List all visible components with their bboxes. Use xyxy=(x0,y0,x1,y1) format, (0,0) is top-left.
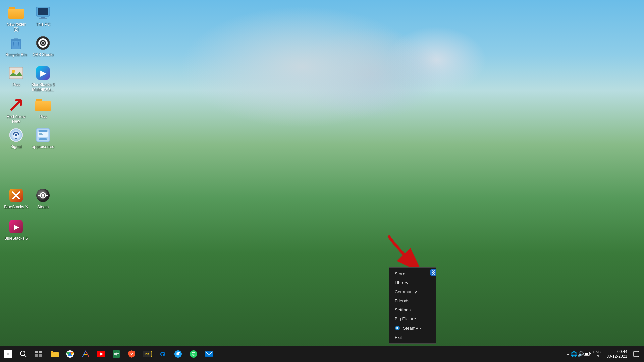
svg-rect-38 xyxy=(39,351,42,353)
language-indicator[interactable]: ENG IN xyxy=(593,350,601,358)
svg-rect-43 xyxy=(51,351,53,352)
svg-point-13 xyxy=(12,70,15,73)
taskbar-bittorrent[interactable]: bit xyxy=(140,347,155,361)
steamvr-icon xyxy=(395,325,400,331)
folder-icon xyxy=(8,5,24,21)
tray-battery-icon[interactable] xyxy=(584,351,591,357)
notification-center-button[interactable] xyxy=(631,349,641,359)
recyclebin-icon xyxy=(8,35,24,51)
search-button[interactable] xyxy=(16,346,31,362)
icon-label-appraiserres: appraiserres xyxy=(32,144,54,149)
icon-label-signal: Signal xyxy=(10,144,21,149)
context-menu-community[interactable]: Community xyxy=(389,287,436,296)
svg-rect-60 xyxy=(205,351,213,357)
svg-rect-21 xyxy=(38,130,48,132)
tray-volume-icon[interactable]: 🔊 xyxy=(577,351,584,357)
desktop-icon-new-folder[interactable]: New folder (2) xyxy=(3,3,30,33)
icon-label-red-arrow-new: Red Arrow New xyxy=(4,114,28,124)
svg-point-11 xyxy=(42,42,44,44)
svg-rect-39 xyxy=(35,354,38,357)
context-menu-big-picture[interactable]: Big Picture xyxy=(389,314,436,323)
desktop-icon-signal[interactable]: Signal xyxy=(3,126,30,150)
locale-text: IN xyxy=(595,354,599,358)
desktop-icon-pics-1[interactable]: Pics xyxy=(3,64,30,88)
taskbar-mail[interactable] xyxy=(202,347,216,361)
folder-icon-2 xyxy=(35,97,51,113)
bluestacksx-icon xyxy=(8,187,24,203)
svg-rect-6 xyxy=(14,38,18,39)
desktop-icon-bluestacks5-multi[interactable]: ▶ BlueStacks 5 Multi-Insta... xyxy=(30,64,56,94)
taskbar-sheets[interactable] xyxy=(109,347,124,361)
steam-context-menu: Store Library Community Friends Settings… xyxy=(389,267,436,344)
taskbar-twitter[interactable] xyxy=(171,347,185,361)
icon-label-bluestacks5-multi: BlueStacks 5 Multi-Insta... xyxy=(31,82,55,92)
svg-point-59 xyxy=(190,350,197,358)
date-display: 30-12-2021 xyxy=(607,354,627,359)
icon-label-bluestacks5: BlueStacks 5 xyxy=(4,236,28,241)
svg-point-55 xyxy=(131,354,132,355)
context-menu-store[interactable]: Store xyxy=(389,269,436,278)
svg-rect-37 xyxy=(35,351,38,353)
taskbar-google-drive[interactable] xyxy=(78,347,93,361)
taskbar-edge[interactable] xyxy=(155,347,170,361)
icon-label-new-folder: New folder (2) xyxy=(4,22,28,32)
tray-chevron[interactable]: ∧ xyxy=(565,351,571,358)
svg-rect-63 xyxy=(590,353,591,354)
taskbar-brave[interactable] xyxy=(124,347,139,361)
search-icon xyxy=(20,350,27,358)
taskbar-youtube[interactable] xyxy=(94,347,108,361)
bluestacks5-icon: ▶ xyxy=(8,219,24,235)
time-display: 00:44 xyxy=(617,349,627,354)
desktop-icon-obs-studio[interactable]: OBS Studio xyxy=(30,34,56,58)
desktop-icon-red-arrow-new[interactable]: Red Arrow New xyxy=(3,96,30,125)
svg-line-36 xyxy=(24,355,26,357)
desktop-icon-bluestacksx[interactable]: BlueStacks X xyxy=(3,186,30,211)
context-menu-library[interactable]: Library xyxy=(389,278,436,287)
desktop-icon-steam[interactable]: Steam xyxy=(30,186,56,211)
context-menu-settings[interactable]: Settings xyxy=(389,305,436,314)
svg-point-28 xyxy=(42,194,44,197)
desktop-icon-recycle-bin[interactable]: Recycle Bin xyxy=(3,34,30,58)
signal-icon xyxy=(8,127,24,143)
svg-text:bit: bit xyxy=(145,352,150,356)
svg-text:▶: ▶ xyxy=(14,223,19,231)
context-menu-exit[interactable]: Exit xyxy=(389,333,436,342)
context-menu-steamvr[interactable]: SteamVR xyxy=(389,323,436,333)
desktop-icon-bluestacks5[interactable]: ▶ BlueStacks 5 xyxy=(3,217,30,242)
desktop-icon-pics-2[interactable]: Pics xyxy=(30,96,56,120)
task-view-button[interactable] xyxy=(31,346,46,362)
desktop-icon-appraiserres[interactable]: appraiserres xyxy=(30,126,56,150)
svg-rect-34 xyxy=(430,269,436,276)
desktop-icon-this-pc[interactable]: This PC xyxy=(30,3,56,28)
windows-logo-icon xyxy=(4,350,12,358)
background-layer xyxy=(0,0,644,362)
svg-point-33 xyxy=(396,327,398,329)
pics-icon-1 xyxy=(8,65,24,81)
tray-network-icon[interactable]: 🌐 xyxy=(571,351,577,357)
taskbar-whatsapp[interactable] xyxy=(186,347,201,361)
system-tray: ∧ 🌐 🔊 ENG IN 00:44 30-12-202 xyxy=(565,346,644,362)
taskbar-chrome[interactable] xyxy=(63,347,77,361)
svg-point-47 xyxy=(69,353,71,355)
svg-rect-40 xyxy=(39,354,42,357)
svg-rect-12 xyxy=(9,67,23,79)
start-button[interactable] xyxy=(0,346,16,362)
context-menu-friends[interactable]: Friends xyxy=(389,296,436,305)
svg-rect-2 xyxy=(41,17,45,18)
svg-rect-3 xyxy=(39,18,47,19)
desktop: New folder (2) This PC Recycle Bin xyxy=(0,0,644,362)
redarrow-icon xyxy=(8,97,24,113)
svg-rect-22 xyxy=(39,133,42,134)
bluetooth-icon xyxy=(430,269,437,277)
svg-point-18 xyxy=(15,134,17,136)
obs-icon xyxy=(35,35,51,51)
clock[interactable]: 00:44 30-12-2021 xyxy=(607,349,627,359)
appraiserre-icon xyxy=(35,127,51,143)
taskbar-file-explorer[interactable] xyxy=(47,347,62,361)
icon-label-pics-2: Pics xyxy=(39,114,47,119)
svg-rect-23 xyxy=(39,134,43,135)
svg-text:▶: ▶ xyxy=(40,69,47,77)
icon-label-pics-1: Pics xyxy=(12,82,20,87)
icon-label-bluestacksx: BlueStacks X xyxy=(4,205,28,209)
svg-rect-65 xyxy=(634,351,639,357)
